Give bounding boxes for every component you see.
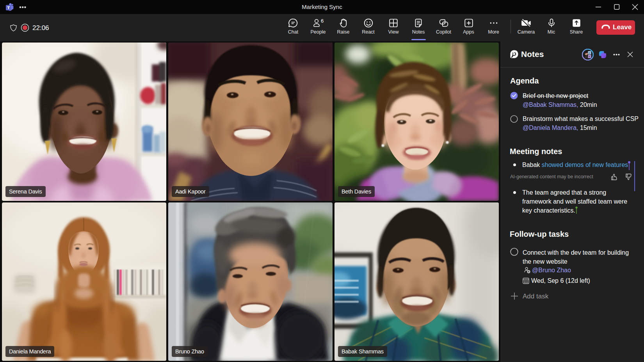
svg-text:6: 6 <box>321 18 324 24</box>
svg-text:E: E <box>589 52 590 54</box>
svg-text:K: K <box>589 55 591 58</box>
